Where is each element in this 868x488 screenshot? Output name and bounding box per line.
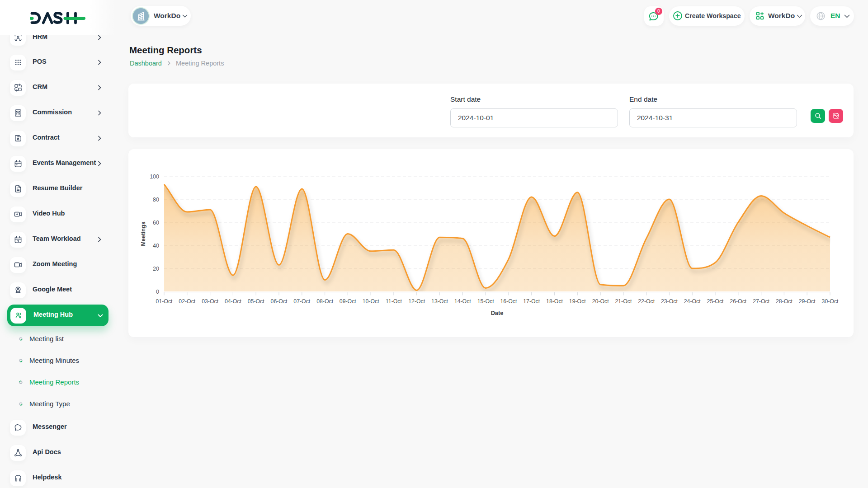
svg-text:16-Oct: 16-Oct bbox=[500, 298, 517, 305]
svg-text:28-Oct: 28-Oct bbox=[776, 298, 793, 305]
svg-text:60: 60 bbox=[153, 220, 159, 226]
svg-text:23-Oct: 23-Oct bbox=[661, 298, 678, 305]
svg-text:04-Oct: 04-Oct bbox=[225, 298, 241, 305]
svg-text:24-Oct: 24-Oct bbox=[684, 298, 701, 305]
svg-text:18-Oct: 18-Oct bbox=[546, 298, 563, 305]
svg-text:10-Oct: 10-Oct bbox=[363, 298, 379, 305]
svg-text:25-Oct: 25-Oct bbox=[707, 298, 724, 305]
svg-text:0: 0 bbox=[156, 289, 159, 295]
svg-text:29-Oct: 29-Oct bbox=[799, 298, 816, 305]
svg-text:27-Oct: 27-Oct bbox=[753, 298, 769, 305]
svg-text:20: 20 bbox=[153, 266, 159, 272]
svg-text:100: 100 bbox=[150, 174, 159, 180]
svg-text:07-Oct: 07-Oct bbox=[293, 298, 310, 305]
svg-text:13-Oct: 13-Oct bbox=[431, 298, 448, 305]
svg-text:Date: Date bbox=[491, 310, 504, 316]
svg-text:40: 40 bbox=[153, 243, 159, 249]
svg-text:01-Oct: 01-Oct bbox=[156, 298, 173, 305]
svg-text:Meetings: Meetings bbox=[140, 221, 146, 246]
svg-text:06-Oct: 06-Oct bbox=[271, 298, 288, 305]
svg-text:21-Oct: 21-Oct bbox=[615, 298, 632, 305]
svg-text:30-Oct: 30-Oct bbox=[822, 298, 839, 305]
svg-text:19-Oct: 19-Oct bbox=[569, 298, 586, 305]
svg-text:80: 80 bbox=[153, 197, 159, 203]
svg-text:02-Oct: 02-Oct bbox=[179, 298, 195, 305]
svg-text:20-Oct: 20-Oct bbox=[592, 298, 609, 305]
svg-text:05-Oct: 05-Oct bbox=[248, 298, 264, 305]
svg-text:11-Oct: 11-Oct bbox=[386, 298, 402, 305]
svg-text:08-Oct: 08-Oct bbox=[316, 298, 333, 305]
svg-text:03-Oct: 03-Oct bbox=[202, 298, 218, 305]
svg-text:09-Oct: 09-Oct bbox=[340, 298, 356, 305]
svg-text:17-Oct: 17-Oct bbox=[523, 298, 540, 305]
svg-text:15-Oct: 15-Oct bbox=[477, 298, 494, 305]
svg-text:12-Oct: 12-Oct bbox=[408, 298, 425, 305]
svg-text:26-Oct: 26-Oct bbox=[730, 298, 746, 305]
svg-text:22-Oct: 22-Oct bbox=[638, 298, 655, 305]
svg-text:14-Oct: 14-Oct bbox=[454, 298, 471, 305]
